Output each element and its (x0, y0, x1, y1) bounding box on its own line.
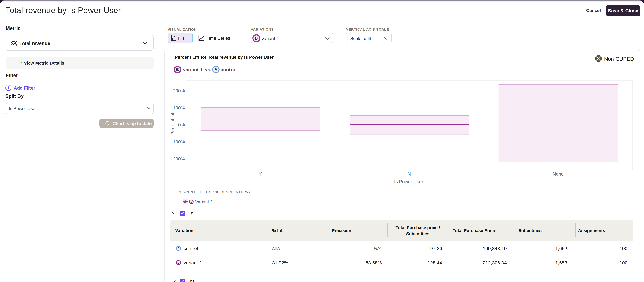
svg-text:-200%: -200% (172, 156, 185, 161)
svg-text:-100%: -100% (172, 139, 185, 144)
svg-text:200%: 200% (173, 88, 185, 93)
svg-text:0%: 0% (178, 122, 185, 127)
svg-text:N: N (408, 171, 411, 177)
svg-text:Y: Y (259, 171, 262, 177)
svg-text:None: None (552, 171, 564, 177)
svg-text:100%: 100% (173, 105, 185, 110)
svg-text:Is Power User: Is Power User (394, 179, 423, 184)
svg-text:Percent Lift: Percent Lift (170, 112, 175, 135)
